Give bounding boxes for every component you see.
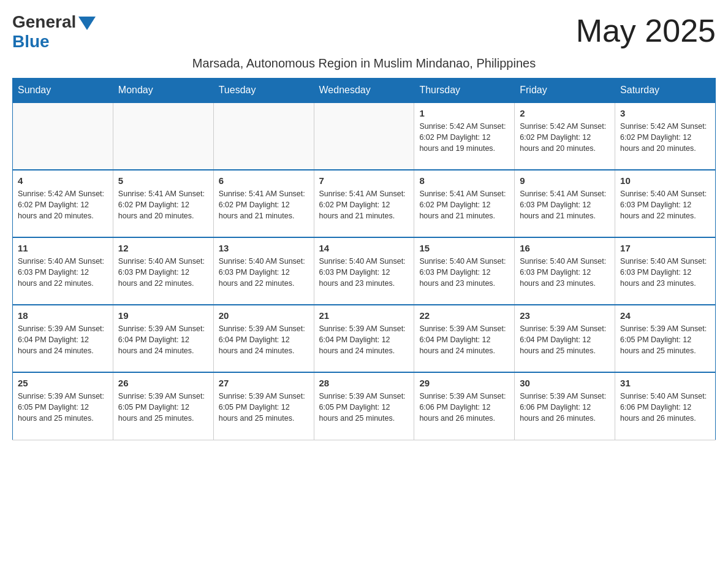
day-number: 28 [319, 378, 409, 388]
subtitle: Marsada, Autonomous Region in Muslim Min… [12, 56, 716, 71]
day-number: 30 [520, 378, 610, 388]
day-number: 4 [18, 175, 108, 186]
calendar-table: SundayMondayTuesdayWednesdayThursdayFrid… [12, 78, 716, 440]
day-info: Sunrise: 5:39 AM Sunset: 6:06 PM Dayligh… [419, 391, 509, 424]
weekday-header-friday: Friday [515, 79, 615, 103]
day-number: 12 [118, 243, 208, 253]
calendar-week-row: 18Sunrise: 5:39 AM Sunset: 6:04 PM Dayli… [13, 305, 716, 372]
calendar-cell: 6Sunrise: 5:41 AM Sunset: 6:02 PM Daylig… [213, 170, 314, 237]
calendar-cell: 8Sunrise: 5:41 AM Sunset: 6:02 PM Daylig… [414, 170, 515, 237]
calendar-cell: 22Sunrise: 5:39 AM Sunset: 6:04 PM Dayli… [414, 305, 515, 372]
day-number: 6 [219, 175, 309, 186]
day-number: 14 [319, 243, 409, 253]
day-number: 8 [419, 175, 509, 186]
day-number: 29 [419, 378, 509, 388]
month-title: May 2025 [576, 12, 716, 49]
calendar-cell: 12Sunrise: 5:40 AM Sunset: 6:03 PM Dayli… [113, 237, 213, 305]
day-info: Sunrise: 5:40 AM Sunset: 6:03 PM Dayligh… [118, 256, 208, 289]
day-info: Sunrise: 5:39 AM Sunset: 6:05 PM Dayligh… [118, 391, 208, 424]
day-number: 1 [419, 108, 509, 118]
day-info: Sunrise: 5:39 AM Sunset: 6:04 PM Dayligh… [520, 323, 610, 356]
calendar-cell: 11Sunrise: 5:40 AM Sunset: 6:03 PM Dayli… [13, 237, 113, 305]
day-number: 15 [419, 243, 509, 253]
day-number: 21 [319, 310, 409, 321]
day-info: Sunrise: 5:40 AM Sunset: 6:03 PM Dayligh… [620, 256, 710, 289]
day-number: 17 [620, 243, 710, 253]
day-number: 13 [219, 243, 309, 253]
calendar-cell: 27Sunrise: 5:39 AM Sunset: 6:05 PM Dayli… [213, 372, 314, 440]
calendar-cell: 3Sunrise: 5:42 AM Sunset: 6:02 PM Daylig… [615, 102, 716, 170]
day-info: Sunrise: 5:39 AM Sunset: 6:05 PM Dayligh… [620, 323, 710, 356]
calendar-cell: 13Sunrise: 5:40 AM Sunset: 6:03 PM Dayli… [213, 237, 314, 305]
day-info: Sunrise: 5:39 AM Sunset: 6:05 PM Dayligh… [319, 391, 409, 424]
calendar-cell: 10Sunrise: 5:40 AM Sunset: 6:03 PM Dayli… [615, 170, 716, 237]
day-info: Sunrise: 5:42 AM Sunset: 6:02 PM Dayligh… [520, 121, 610, 154]
calendar-cell: 28Sunrise: 5:39 AM Sunset: 6:05 PM Dayli… [314, 372, 414, 440]
calendar-cell: 15Sunrise: 5:40 AM Sunset: 6:03 PM Dayli… [414, 237, 515, 305]
calendar-week-row: 11Sunrise: 5:40 AM Sunset: 6:03 PM Dayli… [13, 237, 716, 305]
calendar-cell: 4Sunrise: 5:42 AM Sunset: 6:02 PM Daylig… [13, 170, 113, 237]
day-info: Sunrise: 5:39 AM Sunset: 6:04 PM Dayligh… [219, 323, 309, 356]
day-number: 18 [18, 310, 108, 321]
calendar-cell [314, 102, 414, 170]
calendar-cell: 26Sunrise: 5:39 AM Sunset: 6:05 PM Dayli… [113, 372, 213, 440]
day-info: Sunrise: 5:42 AM Sunset: 6:02 PM Dayligh… [620, 121, 710, 154]
calendar-cell: 24Sunrise: 5:39 AM Sunset: 6:05 PM Dayli… [615, 305, 716, 372]
day-number: 19 [118, 310, 208, 321]
day-info: Sunrise: 5:42 AM Sunset: 6:02 PM Dayligh… [18, 188, 108, 221]
calendar-week-row: 1Sunrise: 5:42 AM Sunset: 6:02 PM Daylig… [13, 102, 716, 170]
day-number: 26 [118, 378, 208, 388]
logo-general: General [12, 12, 76, 32]
day-info: Sunrise: 5:41 AM Sunset: 6:02 PM Dayligh… [319, 188, 409, 221]
day-info: Sunrise: 5:40 AM Sunset: 6:03 PM Dayligh… [219, 256, 309, 289]
day-info: Sunrise: 5:41 AM Sunset: 6:02 PM Dayligh… [118, 188, 208, 221]
weekday-header-row: SundayMondayTuesdayWednesdayThursdayFrid… [13, 79, 716, 103]
day-number: 9 [520, 175, 610, 186]
calendar-cell: 14Sunrise: 5:40 AM Sunset: 6:03 PM Dayli… [314, 237, 414, 305]
calendar-cell: 20Sunrise: 5:39 AM Sunset: 6:04 PM Dayli… [213, 305, 314, 372]
calendar-cell: 29Sunrise: 5:39 AM Sunset: 6:06 PM Dayli… [414, 372, 515, 440]
day-info: Sunrise: 5:40 AM Sunset: 6:03 PM Dayligh… [419, 256, 509, 289]
day-number: 10 [620, 175, 710, 186]
day-number: 22 [419, 310, 509, 321]
calendar-cell: 21Sunrise: 5:39 AM Sunset: 6:04 PM Dayli… [314, 305, 414, 372]
day-number: 20 [219, 310, 309, 321]
day-info: Sunrise: 5:39 AM Sunset: 6:06 PM Dayligh… [520, 391, 610, 424]
logo-triangle-icon [78, 17, 96, 30]
calendar-cell: 1Sunrise: 5:42 AM Sunset: 6:02 PM Daylig… [414, 102, 515, 170]
calendar-cell: 23Sunrise: 5:39 AM Sunset: 6:04 PM Dayli… [515, 305, 615, 372]
day-info: Sunrise: 5:40 AM Sunset: 6:03 PM Dayligh… [18, 256, 108, 289]
day-info: Sunrise: 5:40 AM Sunset: 6:03 PM Dayligh… [620, 188, 710, 221]
logo: General Blue [12, 12, 96, 52]
calendar-cell: 16Sunrise: 5:40 AM Sunset: 6:03 PM Dayli… [515, 237, 615, 305]
calendar-cell: 18Sunrise: 5:39 AM Sunset: 6:04 PM Dayli… [13, 305, 113, 372]
day-info: Sunrise: 5:40 AM Sunset: 6:03 PM Dayligh… [319, 256, 409, 289]
header: General Blue May 2025 [12, 12, 716, 52]
day-number: 27 [219, 378, 309, 388]
calendar-cell: 2Sunrise: 5:42 AM Sunset: 6:02 PM Daylig… [515, 102, 615, 170]
day-number: 31 [620, 378, 710, 388]
day-info: Sunrise: 5:39 AM Sunset: 6:04 PM Dayligh… [118, 323, 208, 356]
calendar-cell [13, 102, 113, 170]
calendar-cell: 25Sunrise: 5:39 AM Sunset: 6:05 PM Dayli… [13, 372, 113, 440]
weekday-header-tuesday: Tuesday [213, 79, 314, 103]
day-number: 2 [520, 108, 610, 118]
day-info: Sunrise: 5:41 AM Sunset: 6:02 PM Dayligh… [419, 188, 509, 221]
day-number: 24 [620, 310, 710, 321]
day-number: 11 [18, 243, 108, 253]
day-info: Sunrise: 5:41 AM Sunset: 6:03 PM Dayligh… [520, 188, 610, 221]
day-info: Sunrise: 5:40 AM Sunset: 6:03 PM Dayligh… [520, 256, 610, 289]
weekday-header-saturday: Saturday [615, 79, 716, 103]
day-number: 25 [18, 378, 108, 388]
weekday-header-monday: Monday [113, 79, 213, 103]
day-info: Sunrise: 5:39 AM Sunset: 6:04 PM Dayligh… [18, 323, 108, 356]
day-number: 23 [520, 310, 610, 321]
day-info: Sunrise: 5:39 AM Sunset: 6:05 PM Dayligh… [18, 391, 108, 424]
calendar-cell: 30Sunrise: 5:39 AM Sunset: 6:06 PM Dayli… [515, 372, 615, 440]
calendar-cell [113, 102, 213, 170]
calendar-cell: 31Sunrise: 5:40 AM Sunset: 6:06 PM Dayli… [615, 372, 716, 440]
calendar-cell: 19Sunrise: 5:39 AM Sunset: 6:04 PM Dayli… [113, 305, 213, 372]
calendar-week-row: 4Sunrise: 5:42 AM Sunset: 6:02 PM Daylig… [13, 170, 716, 237]
day-number: 16 [520, 243, 610, 253]
calendar-cell: 17Sunrise: 5:40 AM Sunset: 6:03 PM Dayli… [615, 237, 716, 305]
